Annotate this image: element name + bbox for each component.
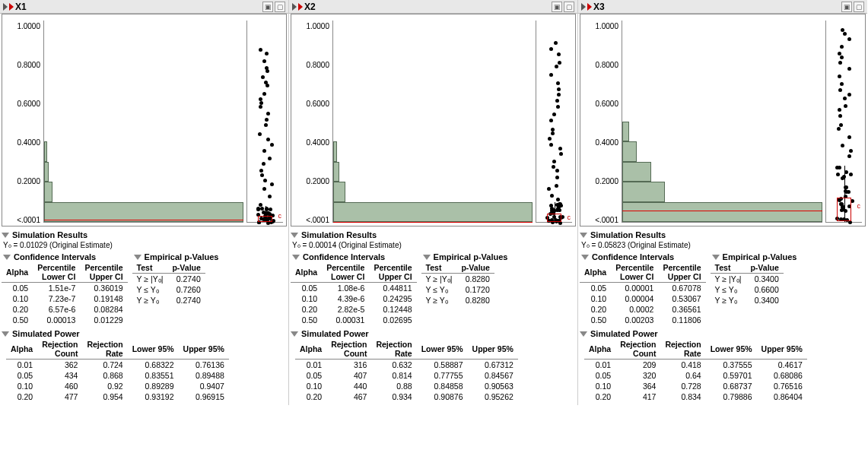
disclosure-icon[interactable]	[712, 255, 720, 260]
panel-close-icon[interactable]: ▢	[564, 2, 574, 12]
column-header[interactable]: Alpha	[584, 339, 615, 360]
hotspot-icon[interactable]	[9, 3, 14, 11]
column-header[interactable]: PercentileLower CI	[611, 262, 658, 283]
column-header[interactable]: Alpha	[2, 262, 33, 283]
cell: 0.01	[584, 360, 615, 371]
column-header[interactable]: PercentileLower CI	[33, 262, 80, 283]
column-header[interactable]: Alpha	[295, 339, 326, 360]
confidence-intervals-section: Confidence IntervalsAlphaPercentileLower…	[2, 252, 128, 325]
cell: Y ≤ Y₀	[132, 284, 168, 295]
cell: 0.2740	[167, 274, 205, 285]
histogram-bar	[622, 202, 822, 223]
column-header[interactable]: p-Value	[167, 262, 205, 274]
panel-close-icon[interactable]: ▢	[275, 2, 285, 12]
data-dot	[849, 173, 853, 176]
column-header[interactable]: PercentileUpper CI	[369, 262, 416, 283]
panel-header[interactable]: X2 ▣ ▢	[289, 0, 577, 14]
distribution-chart[interactable]: 1.00000.80000.60000.40000.2000<.0001c	[2, 14, 287, 226]
disclosure-icon[interactable]	[423, 255, 431, 260]
simulated-power-header[interactable]: Simulated Power	[0, 328, 288, 339]
simulation-results-header[interactable]: Simulation Results	[289, 230, 577, 240]
disclosure-icon[interactable]	[291, 233, 298, 238]
outlier-dot	[552, 160, 556, 163]
table-row: 0.500.000310.02695	[291, 315, 417, 325]
simulation-results-header[interactable]: Simulation Results	[0, 230, 288, 240]
column-header[interactable]: Lower 95%	[417, 339, 468, 360]
column-header[interactable]: Test	[711, 262, 746, 274]
outlier-dot	[262, 149, 266, 153]
power-table-wrap: AlphaRejectionCountRejectionRateLower 95…	[578, 339, 867, 405]
distribution-chart[interactable]: 1.00000.80000.60000.40000.2000<.0001c	[580, 14, 866, 226]
hotspot-icon[interactable]	[587, 3, 592, 11]
simulated-power-header[interactable]: Simulated Power	[289, 328, 577, 339]
column-header[interactable]: RejectionRate	[660, 339, 705, 360]
disclosure-icon[interactable]	[581, 255, 589, 260]
disclosure-icon[interactable]	[292, 255, 300, 260]
table-row: 0.012090.4180.375550.4617	[584, 360, 807, 371]
column-header[interactable]: Lower 95%	[706, 339, 757, 360]
column-header[interactable]: Alpha	[580, 262, 611, 283]
column-header[interactable]: Test	[132, 262, 168, 274]
disclosure-icon[interactable]	[291, 331, 298, 337]
disclosure-icon[interactable]	[292, 3, 297, 11]
pvals-header[interactable]: Empirical p-Values	[421, 252, 510, 262]
column-header[interactable]: Upper 95%	[468, 339, 518, 360]
cell: 0.67312	[468, 360, 518, 371]
column-header[interactable]: RejectionRate	[82, 339, 127, 360]
column-header[interactable]: PercentileUpper CI	[80, 262, 127, 283]
cell: 362	[37, 360, 82, 371]
ci-header[interactable]: Confidence Intervals	[2, 252, 128, 262]
disclosure-icon[interactable]	[3, 255, 11, 260]
column-header[interactable]: p-Value	[456, 262, 494, 274]
column-header[interactable]: Test	[421, 262, 457, 274]
pvals-header[interactable]: Empirical p-Values	[711, 252, 799, 262]
disclosure-icon[interactable]	[580, 233, 587, 238]
column-header[interactable]: PercentileUpper CI	[658, 262, 705, 283]
column-header[interactable]: RejectionCount	[615, 339, 660, 360]
simulated-power-header[interactable]: Simulated Power	[578, 328, 867, 339]
original-estimate-text: Y₀ = 0.05823 (Original Estimate)	[578, 240, 867, 252]
panel-header[interactable]: X3 ▣ ▢	[578, 0, 867, 14]
outlier-dot	[849, 149, 853, 153]
outlier-dot	[270, 182, 274, 186]
column-header[interactable]: RejectionRate	[371, 339, 416, 360]
column-header[interactable]: Lower 95%	[128, 339, 179, 360]
column-header[interactable]: p-Value	[746, 262, 783, 274]
ci-header[interactable]: Confidence Intervals	[291, 252, 417, 262]
y-tick-label: 0.6000	[595, 100, 618, 108]
disclosure-icon[interactable]	[134, 255, 141, 260]
pvals-header[interactable]: Empirical p-Values	[132, 252, 221, 262]
cell: 0.05	[6, 370, 37, 381]
panel-action-icon[interactable]: ▣	[841, 2, 852, 12]
distribution-chart[interactable]: 1.00000.80000.60000.40000.2000<.0001c	[291, 14, 576, 226]
cell: 0.92	[82, 381, 127, 391]
panel-action-icon[interactable]: ▣	[552, 2, 562, 12]
panel-action-icon[interactable]: ▣	[262, 2, 273, 12]
panel-close-icon[interactable]: ▢	[854, 2, 864, 12]
cell: 467	[326, 391, 371, 402]
disclosure-icon[interactable]	[2, 331, 9, 337]
disclosure-icon[interactable]	[580, 331, 587, 337]
disclosure-icon[interactable]	[581, 3, 586, 11]
disclosure-icon[interactable]	[3, 3, 8, 11]
disclosure-icon[interactable]	[2, 233, 9, 238]
table-row: Y ≥ Y₀0.2740	[132, 295, 205, 306]
cell: 0.19148	[80, 293, 127, 304]
cell: 440	[326, 381, 371, 391]
column-header[interactable]: Alpha	[291, 262, 322, 283]
column-header[interactable]: PercentileLower CI	[322, 262, 369, 283]
cell: 0.37555	[706, 360, 757, 371]
column-header[interactable]: Alpha	[6, 339, 37, 360]
column-header[interactable]: RejectionCount	[37, 339, 82, 360]
simulation-results-header[interactable]: Simulation Results	[578, 230, 867, 240]
column-header[interactable]: Upper 95%	[179, 339, 229, 360]
hotspot-icon[interactable]	[298, 3, 303, 11]
cell: 0.00001	[611, 283, 658, 294]
panel-header[interactable]: X1 ▣ ▢	[0, 0, 288, 14]
ci-header[interactable]: Confidence Intervals	[580, 252, 706, 262]
outlier-dot	[841, 28, 844, 32]
table-row: 0.500.000130.01229	[2, 315, 128, 325]
column-header[interactable]: Upper 95%	[757, 339, 807, 360]
outlier-dot	[844, 104, 847, 108]
column-header[interactable]: RejectionCount	[326, 339, 371, 360]
